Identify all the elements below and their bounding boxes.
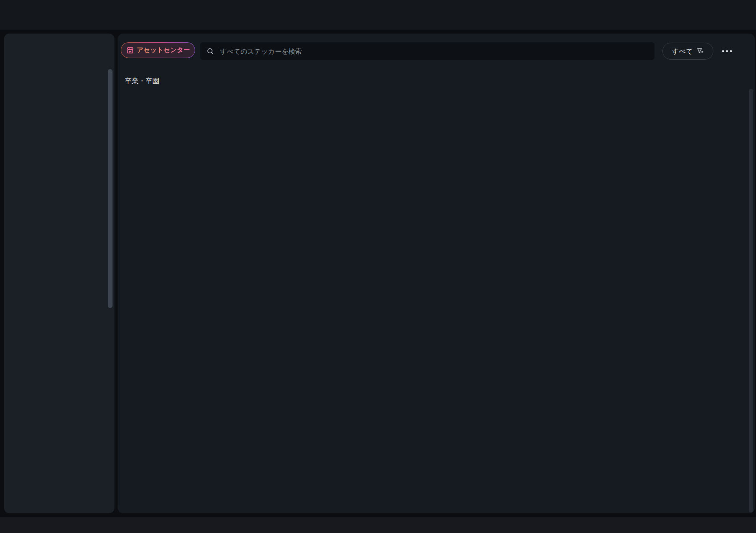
filter-all-label: すべて (672, 47, 693, 56)
content-scrollbar[interactable] (749, 89, 753, 512)
asset-center-button[interactable]: アセットセンター (121, 42, 195, 58)
shop-icon (126, 46, 134, 54)
search-bar (200, 42, 655, 60)
sticker-panel: アセットセンター すべて 卒業・卒園 (118, 34, 755, 513)
filter-funnel-icon (696, 47, 704, 55)
bottom-toolbar (0, 517, 756, 533)
search-input[interactable] (219, 47, 655, 56)
more-options-button[interactable] (720, 48, 734, 54)
sidebar-scrollbar[interactable] (108, 69, 113, 308)
filter-all-button[interactable]: すべて (662, 43, 713, 60)
category-sidebar (4, 34, 114, 513)
search-icon (206, 47, 214, 55)
asset-center-label: アセットセンター (137, 46, 190, 54)
top-toolbar (0, 0, 756, 30)
section-title: 卒業・卒園 (125, 76, 159, 86)
